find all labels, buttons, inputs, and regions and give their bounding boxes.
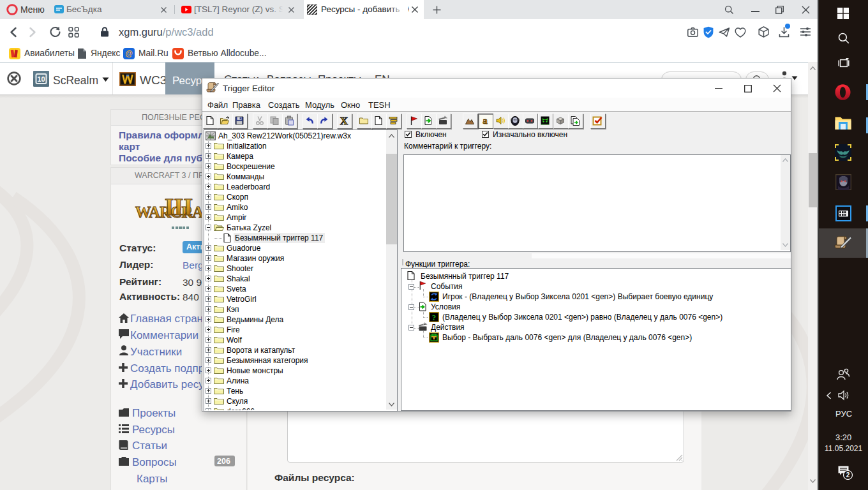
svg-text:?: ? <box>432 313 437 322</box>
svg-text:a: a <box>483 115 488 126</box>
svg-text:10: 10 <box>37 75 45 83</box>
svg-text:2: 2 <box>846 471 850 479</box>
svg-text:@: @ <box>125 49 133 58</box>
svg-text:III: III <box>165 193 193 220</box>
svg-text:X: X <box>340 115 348 126</box>
